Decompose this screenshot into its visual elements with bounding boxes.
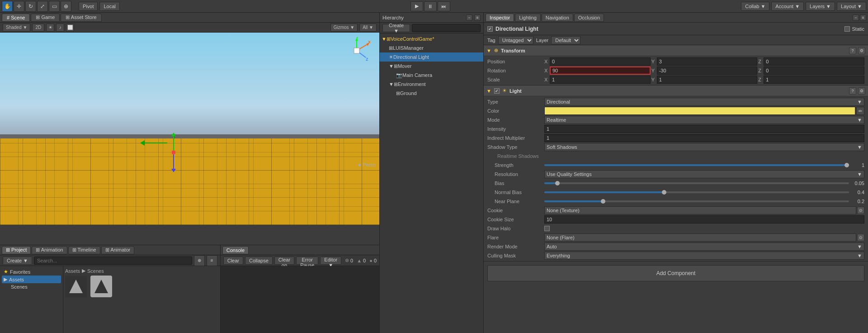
favorites-item[interactable]: ★ Favorites bbox=[2, 268, 61, 276]
scene-container[interactable]: ◄ Persp X Y bbox=[0, 33, 379, 245]
inspector-tab[interactable]: Inspector bbox=[486, 14, 514, 22]
scenes-sidebar-item[interactable]: Scenes bbox=[2, 283, 61, 290]
hierarchy-main-camera[interactable]: 📷 Main Camera bbox=[380, 71, 483, 80]
hierarchy-lock-icon[interactable]: − bbox=[466, 14, 472, 21]
game-tab[interactable]: ⊞ Game bbox=[31, 14, 60, 22]
light-enabled-checkbox[interactable] bbox=[494, 88, 500, 94]
static-checkbox[interactable] bbox=[844, 26, 850, 32]
console-tab[interactable]: Console bbox=[222, 246, 249, 254]
project-tab[interactable]: ⊞ Project bbox=[2, 246, 31, 254]
render-mode-dropdown[interactable]: Auto ▼ bbox=[544, 243, 864, 251]
scale-y-input[interactable] bbox=[657, 76, 758, 84]
collab-button[interactable]: Collab ▼ bbox=[741, 2, 769, 11]
shaded-button[interactable]: Shaded ▼ bbox=[3, 24, 30, 32]
multi-tool[interactable]: ⊕ bbox=[61, 1, 71, 12]
hierarchy-environment[interactable]: ▼ ⊞ Environment bbox=[380, 80, 483, 89]
near-plane-slider[interactable] bbox=[544, 200, 849, 202]
flare-select-icon[interactable]: ⊙ bbox=[857, 234, 864, 241]
pivot-button[interactable]: Pivot bbox=[79, 2, 98, 11]
layout-button[interactable]: Layout ▼ bbox=[837, 2, 866, 11]
light-icon[interactable]: ☀ bbox=[46, 24, 54, 32]
color-edit-icon[interactable]: ✏ bbox=[856, 107, 864, 115]
asset-item-1[interactable] bbox=[65, 276, 87, 297]
transform-settings-icon[interactable]: ⚙ bbox=[858, 47, 865, 54]
hierarchy-luis-manager[interactable]: ⊞ LUISManager bbox=[380, 43, 483, 52]
draw-halo-checkbox[interactable] bbox=[544, 226, 550, 231]
culling-mask-dropdown[interactable]: Everything ▼ bbox=[544, 252, 864, 260]
rotation-y-input[interactable] bbox=[657, 67, 758, 75]
cookie-select-icon[interactable]: ⊙ bbox=[857, 207, 864, 214]
shadow-type-dropdown[interactable]: Soft Shadows ▼ bbox=[544, 143, 864, 151]
effects-icon[interactable]: ⬜ bbox=[66, 24, 74, 32]
hierarchy-voice-control-game[interactable]: ▼ ⊞ VoiceControlGame* bbox=[380, 34, 483, 43]
inspector-menu-icon[interactable]: ≡ bbox=[860, 14, 866, 21]
project-tool1-icon[interactable]: ⊕ bbox=[194, 255, 205, 266]
project-search-input[interactable] bbox=[34, 257, 192, 265]
tag-dropdown[interactable]: Untagged bbox=[498, 36, 533, 44]
indirect-input[interactable] bbox=[544, 134, 864, 142]
near-plane-thumb[interactable] bbox=[601, 199, 605, 204]
asset-item-2[interactable] bbox=[90, 276, 112, 297]
animator-tab[interactable]: ⊞ Animator bbox=[101, 246, 134, 254]
editor-button[interactable]: Editor ▼ bbox=[320, 257, 341, 265]
intensity-input[interactable] bbox=[544, 125, 864, 133]
local-button[interactable]: Local bbox=[99, 2, 119, 11]
scale-x-input[interactable] bbox=[550, 76, 651, 84]
lighting-tab[interactable]: Lighting bbox=[515, 14, 541, 22]
clear-button[interactable]: Clear bbox=[223, 257, 243, 265]
error-pause-button[interactable]: Error Pause bbox=[296, 257, 318, 265]
mode-dropdown[interactable]: Realtime ▼ bbox=[544, 116, 864, 124]
project-tool2-icon[interactable]: ≡ bbox=[207, 255, 217, 266]
account-button[interactable]: Account ▼ bbox=[771, 2, 804, 11]
animation-tab[interactable]: ⊞ Animation bbox=[32, 246, 67, 254]
rotation-z-input[interactable] bbox=[764, 67, 864, 75]
step-button[interactable]: ⏭ bbox=[438, 1, 450, 11]
inspector-lock-icon[interactable]: − bbox=[853, 14, 859, 21]
light-header[interactable]: ▼ ☀ Light ? ⚙ bbox=[484, 86, 868, 96]
color-swatch[interactable] bbox=[544, 107, 855, 115]
bias-slider[interactable] bbox=[544, 182, 849, 184]
transform-help-icon[interactable]: ? bbox=[849, 47, 856, 54]
flare-dropdown[interactable]: None (Flare) bbox=[544, 233, 856, 242]
hierarchy-create-button[interactable]: Create ▼ bbox=[382, 24, 410, 32]
object-active-checkbox[interactable] bbox=[487, 26, 493, 32]
position-x-input[interactable] bbox=[550, 57, 651, 66]
collapse-button[interactable]: Collapse bbox=[245, 257, 273, 265]
rotation-x-input[interactable] bbox=[550, 67, 651, 75]
light-help-icon[interactable]: ? bbox=[849, 87, 856, 95]
strength-thumb[interactable] bbox=[844, 163, 849, 167]
normal-bias-thumb[interactable] bbox=[662, 190, 666, 195]
cookie-size-input[interactable] bbox=[544, 215, 864, 224]
rotate-tool[interactable]: ↻ bbox=[25, 1, 36, 12]
cookie-dropdown[interactable]: None (Texture) bbox=[544, 206, 856, 214]
hierarchy-search-input[interactable] bbox=[412, 24, 481, 32]
layers-button[interactable]: Layers ▼ bbox=[806, 2, 835, 11]
position-y-input[interactable] bbox=[657, 57, 758, 66]
position-z-input[interactable] bbox=[764, 57, 864, 66]
hierarchy-mover[interactable]: ▼ ⊞ Mover bbox=[380, 62, 483, 71]
hierarchy-ground[interactable]: ⊞ Ground bbox=[380, 89, 483, 98]
normal-bias-slider[interactable] bbox=[544, 191, 849, 193]
play-button[interactable]: ▶ bbox=[410, 1, 423, 11]
resolution-dropdown[interactable]: Use Quality Settings ▼ bbox=[544, 170, 864, 178]
hierarchy-menu-icon[interactable]: ≡ bbox=[474, 14, 481, 21]
pause-button[interactable]: ⏸ bbox=[424, 1, 437, 11]
clear-on-play-button[interactable]: Clear on Play bbox=[274, 257, 294, 265]
gizmos-button[interactable]: Gizmos ▼ bbox=[330, 24, 358, 32]
rect-tool[interactable]: ▭ bbox=[49, 1, 60, 12]
occlusion-tab[interactable]: Occlusion bbox=[574, 14, 604, 22]
scene-tab[interactable]: # Scene bbox=[2, 14, 30, 22]
move-tool[interactable]: ✛ bbox=[14, 1, 24, 12]
light-settings-icon[interactable]: ⚙ bbox=[858, 87, 865, 95]
navigation-tab[interactable]: Navigation bbox=[542, 14, 573, 22]
project-create-button[interactable]: Create ▼ bbox=[3, 257, 32, 265]
asset-store-tab[interactable]: ⊞ Asset Store bbox=[61, 14, 101, 22]
timeline-tab[interactable]: ⊞ Timeline bbox=[68, 246, 100, 254]
hand-tool[interactable]: ✋ bbox=[2, 1, 13, 12]
add-component-button[interactable]: Add Component bbox=[487, 265, 864, 281]
hierarchy-directional-light[interactable]: ☀ Directional Light bbox=[380, 52, 483, 62]
transform-header[interactable]: ▼ ⊕ Transform ? ⚙ bbox=[484, 45, 868, 56]
scale-z-input[interactable] bbox=[764, 76, 864, 84]
audio-icon[interactable]: ♪ bbox=[56, 24, 64, 32]
type-dropdown[interactable]: Directional ▼ bbox=[544, 98, 864, 106]
